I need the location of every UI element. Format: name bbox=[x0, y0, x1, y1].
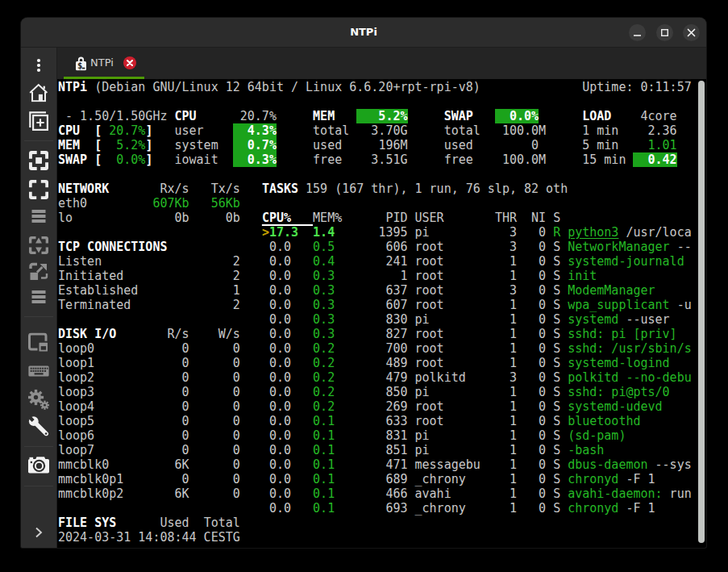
terminal-text-segment: MEM bbox=[58, 138, 80, 152]
terminal-text-segment: 1 bbox=[510, 298, 517, 312]
remmina-toolbar bbox=[21, 48, 57, 548]
terminal-row-0: NTPi (Debian GNU/Linux 12 64bit / Linux … bbox=[58, 80, 692, 94]
terminal-text-segment: > bbox=[262, 225, 269, 240]
toolbar-button-tools[interactable] bbox=[21, 413, 56, 437]
terminal-text-segment: used bbox=[444, 138, 473, 152]
terminal-text-segment: pi bbox=[415, 312, 430, 327]
toolbar-button-switch-tab-pages[interactable] bbox=[21, 204, 56, 228]
tab-label: NTPi bbox=[90, 48, 114, 77]
terminal-text-segment: 3.51G bbox=[371, 152, 407, 167]
terminal-text-segment: 0.2 bbox=[313, 356, 335, 370]
terminal-text-segment: 0 bbox=[233, 414, 240, 428]
toolbar-button-preferences[interactable] bbox=[21, 387, 56, 411]
terminal-row-26: mmcblk0 6K 0 0.0 0.1 471 messagebu 1 0 S… bbox=[58, 457, 692, 472]
terminal-text-segment: 0.3 bbox=[313, 312, 335, 327]
toolbar-button-dynamic-resolution[interactable] bbox=[21, 233, 56, 257]
terminal-text-segment: root bbox=[415, 399, 444, 414]
terminal-text-segment: 0 bbox=[539, 501, 546, 516]
terminal-row-30: FILE SYS Used Total bbox=[58, 516, 240, 530]
terminal-text-segment: used bbox=[313, 138, 342, 152]
terminal-text-segment: systemd-udevd bbox=[568, 399, 662, 414]
terminal-text-segment: 0.0 bbox=[269, 486, 291, 501]
wrench-icon bbox=[28, 415, 49, 436]
terminal-text-segment: Uptime: 0:11:57 bbox=[582, 80, 691, 94]
terminal-text-segment: 100.0M bbox=[502, 152, 546, 167]
terminal-text-segment: 0.3 bbox=[313, 298, 335, 312]
terminal-text-segment: 0 bbox=[233, 428, 240, 443]
terminal-text-segment: 0.1 bbox=[313, 428, 335, 443]
ssh-terminal[interactable]: NTPi (Debian GNU/Linux 12 64bit / Linux … bbox=[57, 79, 706, 548]
terminal-text-segment: 0.0 bbox=[269, 501, 291, 516]
terminal-text-segment: - 1.50/1.50GHz bbox=[58, 109, 167, 123]
terminal-text-segment: 607 bbox=[385, 298, 407, 312]
terminal-text-segment: 0 bbox=[182, 356, 189, 370]
tab-close-x-icon bbox=[123, 56, 136, 69]
keyboard-icon bbox=[28, 365, 49, 377]
terminal-text-segment: 1 bbox=[510, 472, 517, 486]
terminal-text-segment: 850 bbox=[385, 385, 407, 399]
toolbar-button-scaled-mode-options[interactable] bbox=[21, 285, 56, 309]
terminal-text-segment: Initiated bbox=[58, 269, 123, 283]
terminal-text-segment: 1 bbox=[510, 443, 517, 457]
terminal-text-segment: 1 bbox=[510, 428, 517, 443]
terminal-text-segment: 159 (167 thr), 1 run, 76 slp, 82 oth bbox=[306, 182, 568, 196]
toolbar-button-fit-window[interactable] bbox=[21, 177, 56, 202]
tab-ntpi[interactable]: $ NTPi bbox=[64, 48, 144, 79]
minimize-button[interactable] bbox=[629, 24, 646, 41]
gears-icon bbox=[28, 389, 49, 410]
toolbar-button-grab-keyboard[interactable] bbox=[21, 359, 56, 383]
terminal-text-segment: 831 bbox=[385, 428, 407, 443]
terminal-text-segment: 471 bbox=[385, 457, 407, 472]
toolbar-button-open-main-window[interactable] bbox=[21, 81, 56, 105]
terminal-text-segment: 0.1 bbox=[313, 486, 335, 501]
terminal-text-segment: 0 bbox=[182, 443, 189, 457]
terminal-text-segment: S bbox=[553, 428, 560, 443]
close-button[interactable] bbox=[683, 24, 700, 41]
terminal-text-segment: iowait bbox=[175, 152, 218, 167]
terminal-scrollbar[interactable] bbox=[698, 81, 705, 543]
terminal-text-segment: 637 bbox=[385, 283, 407, 298]
terminal-text-segment: 0.0 bbox=[269, 240, 291, 254]
terminal-text-segment: S bbox=[553, 443, 560, 457]
terminal-text-segment: --user bbox=[618, 312, 669, 327]
titlebar[interactable]: NTPi bbox=[21, 18, 706, 48]
terminal-text-segment: 3.70G bbox=[371, 123, 407, 138]
remmina-window: NTPi $ NTPi NTP bbox=[21, 18, 706, 548]
terminal-text-segment: chronyd bbox=[568, 501, 618, 516]
multi-monitor-icon bbox=[28, 333, 49, 353]
terminal-text-segment: 0.1 bbox=[313, 457, 335, 472]
toolbar-button-collapse-toolbar[interactable] bbox=[21, 520, 56, 545]
toolbar-button-duplicate-connection[interactable] bbox=[21, 109, 56, 133]
dynres-icon bbox=[29, 236, 48, 254]
terminal-text-segment: S bbox=[553, 254, 560, 269]
terminal-text-segment: 20.7% bbox=[240, 109, 277, 123]
terminal-text-segment: 5.2% bbox=[356, 109, 407, 123]
terminal-text-segment: loop6 bbox=[58, 428, 94, 443]
toolbar-button-toggle-fullscreen[interactable] bbox=[21, 148, 56, 173]
ssh-lock-icon: $ bbox=[75, 56, 87, 71]
terminal-text-segment: 830 bbox=[385, 312, 407, 327]
terminal-text-segment: S bbox=[553, 298, 560, 312]
terminal-row-9: lo 0b 0b CPU% MEM% PID USER THR NI S bbox=[58, 211, 560, 225]
toolbar-button-screenshot[interactable] bbox=[21, 453, 56, 477]
terminal-text-segment: 607Kb bbox=[152, 196, 189, 211]
terminal-text-segment: 0 bbox=[539, 312, 546, 327]
tab-close-button[interactable] bbox=[123, 56, 136, 69]
toolbar-button-scaled-mode[interactable] bbox=[21, 259, 56, 283]
terminal-text-segment: 3 bbox=[510, 240, 517, 254]
terminal-text-segment: 689 bbox=[385, 472, 407, 486]
terminal-text-segment: FILE SYS bbox=[58, 516, 116, 530]
terminal-text-segment: 4.3% bbox=[233, 123, 277, 138]
terminal-text-segment: ] bbox=[145, 138, 152, 152]
terminal-text-segment: 0 bbox=[539, 428, 546, 443]
terminal-text-segment: run bbox=[663, 486, 692, 501]
toolbar-button-menu-kebab[interactable] bbox=[21, 53, 56, 77]
terminal-text-segment: 0.2 bbox=[313, 399, 335, 414]
terminal-text-segment: 0 bbox=[539, 327, 546, 341]
toolbar-button-multi-monitor[interactable] bbox=[21, 331, 56, 355]
terminal-text-segment: pi bbox=[415, 385, 430, 399]
terminal-text-segment: free bbox=[444, 152, 473, 167]
maximize-button[interactable] bbox=[656, 24, 673, 41]
terminal-text-segment: 0.42 bbox=[633, 152, 676, 167]
terminal-text-segment: S bbox=[553, 472, 560, 486]
